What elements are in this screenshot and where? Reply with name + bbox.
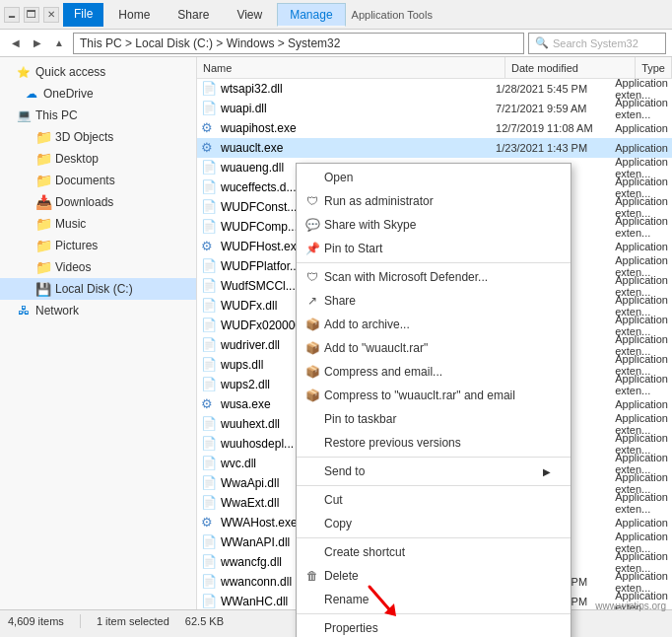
ctx-item-add-archive[interactable]: 📦 Add to archive...	[297, 313, 571, 336]
ctx-item-label: Share with Skype	[324, 218, 416, 232]
address-path[interactable]: This PC > Local Disk (C:) > Windows > Sy…	[73, 33, 524, 54]
tab-view[interactable]: View	[224, 3, 275, 27]
ctx-item-send-to[interactable]: Send to ▶	[297, 460, 571, 483]
tab-share[interactable]: Share	[165, 3, 222, 27]
dll-icon: 📄	[201, 199, 217, 215]
ctx-item-label: Pin to Start	[324, 242, 382, 255]
ctx-item-compress-email[interactable]: 📦 Compress and email...	[297, 360, 571, 384]
tab-file[interactable]: File	[63, 3, 103, 27]
file-name: 📄 wuapi.dll	[201, 101, 492, 116]
ctx-item-compress-rar-email[interactable]: 📦 Compress to "wuauclt.rar" and email	[297, 384, 571, 407]
col-type[interactable]: Type	[636, 57, 672, 78]
sidebar-item-local-disk[interactable]: 💾 Local Disk (C:)	[0, 278, 196, 300]
trash-icon: 🗑	[304, 568, 320, 584]
svg-line-0	[370, 587, 389, 609]
ctx-item-label: Open	[324, 171, 353, 184]
network-icon: 🖧	[16, 303, 32, 318]
ctx-item-create-shortcut[interactable]: Create shortcut	[297, 540, 571, 564]
file-header: Name Date modified Type	[197, 57, 672, 79]
ctx-item-rename[interactable]: Rename	[297, 588, 571, 611]
dll-icon: 📄	[201, 81, 217, 97]
back-button[interactable]: ◀	[6, 34, 26, 53]
forward-button[interactable]: ▶	[28, 34, 47, 53]
up-button[interactable]: ▲	[49, 34, 69, 53]
table-row[interactable]: 📄 wuapi.dll 7/21/2021 9:59 AM Applicatio…	[197, 99, 672, 118]
folder-icon-music: 📁	[35, 216, 51, 232]
ctx-item-cut[interactable]: Cut	[297, 488, 571, 512]
folder-icon-videos: 📁	[35, 259, 51, 275]
computer-icon: 💻	[16, 107, 32, 123]
search-box[interactable]: 🔍 Search System32	[528, 33, 666, 54]
ctx-item-copy[interactable]: Copy	[297, 512, 571, 535]
dll-icon: 📄	[201, 101, 217, 116]
table-row[interactable]: ⚙ wuauclt.exe 1/23/2021 1:43 PM Applicat…	[197, 138, 672, 158]
file-type: Application	[615, 142, 668, 154]
dll-icon: 📄	[201, 160, 217, 176]
archive2-icon: 📦	[304, 340, 320, 356]
col-name[interactable]: Name	[197, 57, 505, 78]
sidebar-label-onedrive: OneDrive	[43, 87, 94, 101]
arrow-indicator	[365, 582, 404, 624]
ctx-item-label: Compress and email...	[324, 365, 442, 379]
ctx-item-add-wuauclt-rar[interactable]: 📦 Add to "wuauclt.rar"	[297, 336, 571, 360]
ctx-item-label: Compress to "wuauclt.rar" and email	[324, 389, 515, 402]
skype-icon: 💬	[304, 217, 320, 233]
ctx-item-run-as-admin[interactable]: 🛡 Run as administrator	[297, 189, 571, 213]
ctx-item-label: Add to "wuauclt.rar"	[324, 341, 428, 355]
sidebar-item-quick-access[interactable]: ⭐ Quick access	[0, 61, 196, 83]
sidebar-item-this-pc[interactable]: 💻 This PC	[0, 105, 196, 126]
sidebar-label-downloads: Downloads	[55, 195, 113, 209]
ctx-item-pin-start[interactable]: 📌 Pin to Start	[297, 237, 571, 260]
ctx-item-label: Restore previous versions	[324, 436, 461, 450]
file-type: Application exten...	[615, 491, 668, 515]
minimize-icon[interactable]: 🗕	[4, 7, 20, 23]
ctx-item-share[interactable]: ↗ Share	[297, 289, 571, 313]
title-bar-icons: 🗕 🗖 ✕	[4, 7, 59, 23]
table-row[interactable]: 📄 wtsapi32.dll 1/28/2021 5:45 PM Applica…	[197, 79, 672, 99]
dll-icon: 📄	[201, 219, 217, 235]
table-row[interactable]: ⚙ wuapihost.exe 12/7/2019 11:08 AM Appli…	[197, 118, 672, 138]
search-icon: 🔍	[535, 36, 549, 49]
sidebar-item-desktop[interactable]: 📁 Desktop	[0, 148, 196, 170]
file-date: 12/7/2019 11:08 AM	[492, 122, 615, 134]
ctx-item-restore-versions[interactable]: Restore previous versions	[297, 431, 571, 455]
file-type: Application	[615, 122, 668, 134]
ctx-item-properties[interactable]: Properties	[297, 616, 571, 637]
maximize-icon[interactable]: 🗖	[24, 7, 39, 23]
watermark: www.wintips.org	[595, 601, 666, 611]
dll-icon: 📄	[201, 179, 217, 195]
sidebar-label-documents: Documents	[55, 174, 115, 187]
ctx-item-share-skype[interactable]: 💬 Share with Skype	[297, 213, 571, 237]
sidebar-label-network: Network	[35, 304, 79, 318]
dll-icon: 📄	[201, 298, 217, 314]
sidebar-item-network[interactable]: 🖧 Network	[0, 300, 196, 321]
col-date[interactable]: Date modified	[505, 57, 636, 78]
dll-icon: 📄	[201, 594, 217, 609]
sidebar-item-downloads[interactable]: 📥 Downloads	[0, 191, 196, 213]
sidebar-item-documents[interactable]: 📁 Documents	[0, 170, 196, 191]
close-icon[interactable]: ✕	[43, 7, 59, 23]
ctx-item-open[interactable]: Open	[297, 166, 571, 189]
sidebar-label-this-pc: This PC	[35, 108, 78, 122]
ctx-item-delete[interactable]: 🗑 Delete	[297, 564, 571, 588]
sidebar-item-pictures[interactable]: 📁 Pictures	[0, 235, 196, 256]
sidebar-item-videos[interactable]: 📁 Videos	[0, 256, 196, 278]
tab-home[interactable]: Home	[105, 3, 163, 27]
file-type: Application exten...	[615, 97, 668, 120]
exe-icon: ⚙	[201, 140, 217, 156]
sidebar-item-3d-objects[interactable]: 📁 3D Objects	[0, 126, 196, 148]
ctx-item-label: Send to	[324, 464, 365, 478]
tab-manage[interactable]: Manage	[277, 3, 345, 27]
context-menu-separator	[297, 262, 571, 263]
ctx-item-label: Add to archive...	[324, 318, 410, 331]
dll-icon: 📄	[201, 337, 217, 353]
ctx-item-scan-defender[interactable]: 🛡 Scan with Microsoft Defender...	[297, 265, 571, 289]
file-type: Application exten...	[615, 373, 668, 396]
sidebar-item-onedrive[interactable]: ☁ OneDrive	[0, 83, 196, 105]
dll-icon: 📄	[201, 475, 217, 491]
exe-icon: ⚙	[201, 120, 217, 136]
sidebar-item-music[interactable]: 📁 Music	[0, 213, 196, 235]
file-date: 7/21/2021 9:59 AM	[492, 103, 615, 114]
dll-icon: 📄	[201, 258, 217, 274]
ctx-item-pin-taskbar[interactable]: Pin to taskbar	[297, 407, 571, 431]
